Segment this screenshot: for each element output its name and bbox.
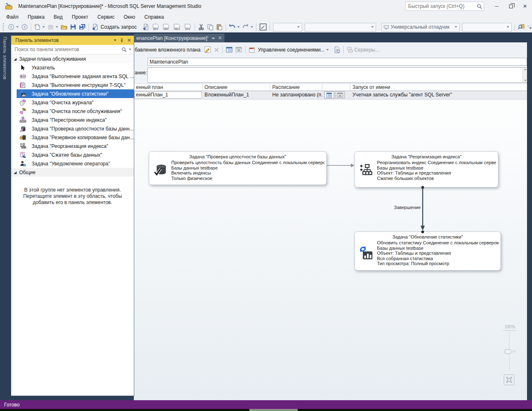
search-options-caret[interactable]: [129, 49, 131, 50]
toolbar-overflow-button[interactable]: › ›: [527, 25, 532, 29]
find-button[interactable]: [517, 22, 526, 32]
toolbox-item-history-cleanup-task[interactable]: Задача "Очистка журнала": [11, 98, 134, 107]
col-header-plan[interactable]: енный план: [134, 84, 202, 91]
dmx-query-button[interactable]: DMX: [161, 22, 171, 32]
col-header-icons[interactable]: [323, 84, 350, 91]
toolbox-item-pointer[interactable]: Указатель: [11, 63, 134, 72]
pin-icon[interactable]: [120, 38, 124, 43]
redo-button[interactable]: [241, 22, 254, 32]
forward-button[interactable]: [20, 22, 29, 32]
menu-tools[interactable]: Сервис: [93, 12, 119, 22]
save-button[interactable]: [69, 22, 78, 32]
zoom-slider-handle[interactable]: [505, 349, 516, 354]
toolbox-item-update-statistics-task[interactable]: Задача "Обновление статистики": [17, 89, 134, 98]
edit-subplan-button[interactable]: [203, 45, 212, 54]
edit-schedule-button[interactable]: [324, 91, 334, 98]
quick-launch-box[interactable]: [405, 2, 484, 11]
remove-schedule-button[interactable]: [234, 45, 244, 54]
col-header-runas[interactable]: Запуск от имени: [350, 84, 527, 91]
add-item-button[interactable]: [46, 22, 59, 32]
quick-launch-input[interactable]: [406, 3, 477, 9]
window-position-caret[interactable]: [113, 39, 116, 41]
restore-button[interactable]: [504, 0, 518, 12]
toolbox-group-general[interactable]: ◢ Общие: [11, 168, 134, 177]
xmla-query-button[interactable]: XMLA: [171, 22, 182, 32]
remove-schedule-row-button[interactable]: [335, 91, 345, 98]
toolbar-grip[interactable]: [3, 23, 5, 31]
zoom-fit-button[interactable]: [504, 374, 515, 385]
minimize-button[interactable]: ─: [490, 0, 504, 12]
servers-button[interactable]: Серверы...: [345, 45, 380, 54]
copy-button[interactable]: [206, 22, 215, 32]
precedence-arrow-vertical[interactable]: [418, 186, 427, 234]
toolbox-group-maintenance-tasks[interactable]: ◢ Задачи плана обслуживания: [11, 54, 134, 63]
close-icon[interactable]: ✕: [127, 37, 131, 43]
menu-project[interactable]: Проект: [67, 12, 93, 22]
menu-view[interactable]: Вид: [49, 12, 67, 22]
description-textarea[interactable]: [148, 67, 527, 83]
tab-close-icon[interactable]: ✕: [218, 35, 222, 41]
description-scrollbar[interactable]: [522, 68, 527, 82]
open-file-button[interactable]: [59, 22, 69, 32]
properties-window-button[interactable]: [258, 22, 268, 32]
subplan-schedule-button[interactable]: [224, 45, 234, 54]
plan-name-input[interactable]: [148, 58, 527, 66]
debugger-combo[interactable]: Универсальный отладчик: [382, 23, 460, 32]
toolbox-item-backup-database-task[interactable]: Задача "Резервное копирование базы дан..…: [11, 133, 134, 142]
manage-connections-caret[interactable]: [326, 49, 329, 51]
new-file-button[interactable]: [33, 22, 46, 32]
paste-button[interactable]: [215, 22, 224, 32]
toolbox-vertical-tab[interactable]: Панель элементов: [2, 37, 7, 80]
undo-caret[interactable]: [237, 26, 240, 28]
menu-window[interactable]: Окно: [119, 12, 140, 22]
search-icon[interactable]: [121, 47, 131, 52]
menu-edit[interactable]: Правка: [23, 12, 49, 22]
menu-help[interactable]: Справка: [140, 12, 168, 22]
col-header-schedule[interactable]: Расписание: [270, 84, 323, 91]
task-reorganize-index[interactable]: Задача "Реорганизация индекса" Реорганиз…: [355, 151, 498, 187]
menu-file[interactable]: Файл: [2, 12, 23, 22]
toolbox-item-notify-operator-task[interactable]: Задача "Уведомление оператора": [11, 159, 134, 168]
back-button[interactable]: [7, 22, 20, 32]
cell-description: ВложенныйПлан_1: [202, 91, 270, 99]
back-caret[interactable]: [16, 26, 19, 28]
manage-connections-button[interactable]: Управление соединениями...: [247, 45, 330, 54]
toolbox-item-tsql-statement-task[interactable]: Задача "Выполнение инструкции T-SQL": [11, 81, 134, 89]
overflow-caret: [529, 27, 532, 29]
task-update-statistics[interactable]: Задача "Обновление статистики" Обновить …: [355, 231, 501, 271]
task-check-integrity[interactable]: Задача "Проверка целостности базы данных…: [149, 151, 327, 185]
toolbox-item-check-integrity-task[interactable]: Задача "Проверка целостности базы данн..…: [11, 124, 134, 133]
delete-subplan-button[interactable]: [212, 45, 221, 54]
undo-button[interactable]: [228, 22, 241, 32]
save-all-button[interactable]: [78, 22, 87, 32]
toolbox-item-rebuild-index-task[interactable]: Задача "Перестроение индекса": [11, 116, 134, 124]
mdx-query-button[interactable]: MDX: [150, 22, 161, 32]
combo-box-1[interactable]: [273, 23, 302, 32]
toolbox-item-maintenance-cleanup-task[interactable]: Задача "Очистка после обслуживания": [11, 107, 134, 116]
tsql-statement-task-icon: [20, 82, 26, 89]
toolbox-item-sql-agent-job-task[interactable]: Задача "Выполнение задания агента SQL ..…: [11, 72, 134, 81]
dax-query-button[interactable]: DAX: [182, 22, 193, 32]
pin-icon[interactable]: [211, 36, 215, 40]
toolbox-item-shrink-database-task[interactable]: Задача "Сжатие базы данных": [11, 150, 134, 159]
redo-caret[interactable]: [251, 26, 253, 28]
combo-box-3[interactable]: [462, 23, 512, 32]
reporting-options-button[interactable]: [332, 45, 342, 54]
combo-box-2[interactable]: [305, 23, 376, 32]
document-tab[interactable]: enancePlan [Конструирование]* ✕: [134, 34, 224, 42]
close-button[interactable]: ✕: [518, 0, 532, 12]
col-header-description[interactable]: Описание: [202, 84, 270, 91]
toolbox-header[interactable]: Панель элементов ✕: [11, 36, 134, 45]
database-engine-query-button[interactable]: [141, 22, 150, 32]
precedence-arrow-horizontal[interactable]: [327, 162, 355, 169]
toolbox-item-reorganize-index-task[interactable]: Задача "Реорганизация индекса": [11, 142, 134, 150]
design-surface[interactable]: Задача "Проверка целостности базы данных…: [134, 100, 527, 400]
toolbox-search-input[interactable]: [11, 47, 121, 52]
add-subplan-button[interactable]: бавление вложенного плана: [135, 47, 200, 53]
add-item-caret[interactable]: [56, 26, 58, 28]
subplan-row[interactable]: енныйПлан_1 ВложенныйПлан_1 Не запланиро…: [134, 91, 527, 99]
new-file-caret[interactable]: [42, 26, 45, 28]
new-query-button[interactable]: Создать запрос: [91, 22, 138, 32]
cut-button[interactable]: [197, 22, 206, 32]
toolbox-search[interactable]: [11, 45, 134, 54]
